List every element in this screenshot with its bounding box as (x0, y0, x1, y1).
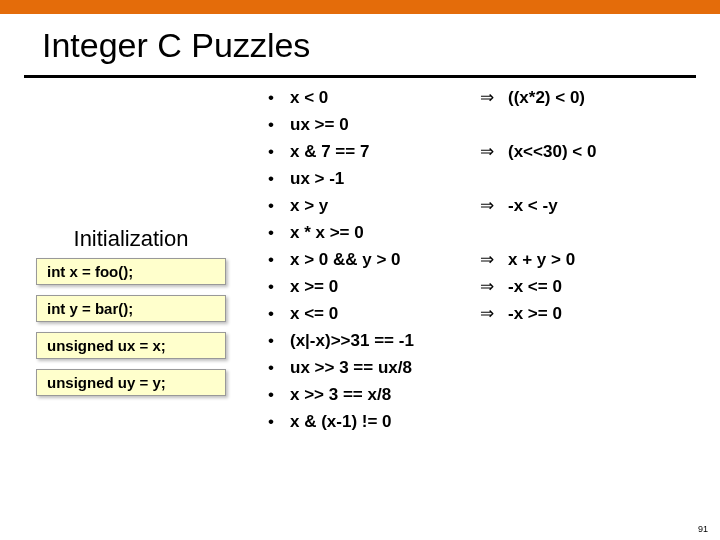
init-line: unsigned ux = x; (36, 332, 226, 359)
implies-symbol: ⇒ (480, 84, 508, 111)
puzzle-row: •x & (x-1) != 0 (268, 408, 596, 435)
init-line: int y = bar(); (36, 295, 226, 322)
bullet: • (268, 300, 290, 327)
initialization-heading: Initialization (36, 226, 226, 252)
puzzle-lhs: ux >> 3 == ux/8 (290, 354, 480, 381)
puzzle-rhs: x + y > 0 (508, 246, 596, 273)
puzzle-rhs (508, 408, 596, 435)
puzzle-row: •x > y⇒-x < -y (268, 192, 596, 219)
puzzle-lhs: x * x >= 0 (290, 219, 480, 246)
bullet: • (268, 354, 290, 381)
implies-symbol (480, 354, 508, 381)
puzzle-rhs: -x >= 0 (508, 300, 596, 327)
bullet: • (268, 246, 290, 273)
bullet: • (268, 138, 290, 165)
accent-bar (0, 0, 720, 14)
implies-symbol: ⇒ (480, 246, 508, 273)
puzzle-row: •x * x >= 0 (268, 219, 596, 246)
puzzle-row: •x >= 0⇒-x <= 0 (268, 273, 596, 300)
puzzle-row: •x <= 0⇒-x >= 0 (268, 300, 596, 327)
puzzle-row: •ux >= 0 (268, 111, 596, 138)
bullet: • (268, 408, 290, 435)
implies-symbol (480, 381, 508, 408)
puzzle-rhs: ((x*2) < 0) (508, 84, 596, 111)
puzzle-lhs: x & 7 == 7 (290, 138, 480, 165)
puzzle-lhs: ux > -1 (290, 165, 480, 192)
implies-symbol (480, 111, 508, 138)
puzzle-lhs: (x|-x)>>31 == -1 (290, 327, 480, 354)
puzzle-rhs (508, 327, 596, 354)
bullet: • (268, 111, 290, 138)
bullet: • (268, 381, 290, 408)
puzzle-row: •x >> 3 == x/8 (268, 381, 596, 408)
puzzle-row: •ux >> 3 == ux/8 (268, 354, 596, 381)
implies-symbol: ⇒ (480, 138, 508, 165)
puzzle-row: •x & 7 == 7⇒(x<<30) < 0 (268, 138, 596, 165)
puzzle-row: •x < 0⇒((x*2) < 0) (268, 84, 596, 111)
puzzle-lhs: x >= 0 (290, 273, 480, 300)
puzzle-rhs: -x <= 0 (508, 273, 596, 300)
puzzle-lhs: x > y (290, 192, 480, 219)
bullet: • (268, 192, 290, 219)
implies-symbol: ⇒ (480, 273, 508, 300)
content-area: Initialization int x = foo(); int y = ba… (0, 78, 720, 516)
puzzle-rhs (508, 111, 596, 138)
puzzle-rhs (508, 219, 596, 246)
puzzle-row: •x > 0 && y > 0⇒x + y > 0 (268, 246, 596, 273)
puzzle-row: •ux > -1 (268, 165, 596, 192)
puzzle-rhs (508, 381, 596, 408)
puzzle-lhs: x & (x-1) != 0 (290, 408, 480, 435)
bullet: • (268, 165, 290, 192)
puzzle-lhs: x > 0 && y > 0 (290, 246, 480, 273)
puzzle-row: •(x|-x)>>31 == -1 (268, 327, 596, 354)
puzzle-rhs: (x<<30) < 0 (508, 138, 596, 165)
initialization-block: Initialization int x = foo(); int y = ba… (36, 226, 226, 406)
page-number: 91 (698, 524, 708, 534)
puzzle-lhs: ux >= 0 (290, 111, 480, 138)
bullet: • (268, 327, 290, 354)
implies-symbol (480, 327, 508, 354)
puzzle-lhs: x <= 0 (290, 300, 480, 327)
init-line: int x = foo(); (36, 258, 226, 285)
implies-symbol: ⇒ (480, 300, 508, 327)
implies-symbol: ⇒ (480, 192, 508, 219)
implies-symbol (480, 165, 508, 192)
bullet: • (268, 273, 290, 300)
page-title: Integer C Puzzles (42, 26, 720, 65)
bullet: • (268, 84, 290, 111)
bullet: • (268, 219, 290, 246)
puzzle-table: •x < 0⇒((x*2) < 0)•ux >= 0•x & 7 == 7⇒(x… (268, 84, 596, 435)
implies-symbol (480, 219, 508, 246)
puzzle-list: •x < 0⇒((x*2) < 0)•ux >= 0•x & 7 == 7⇒(x… (268, 84, 596, 435)
init-line: unsigned uy = y; (36, 369, 226, 396)
puzzle-lhs: x < 0 (290, 84, 480, 111)
implies-symbol (480, 408, 508, 435)
puzzle-rhs: -x < -y (508, 192, 596, 219)
puzzle-rhs (508, 165, 596, 192)
puzzle-lhs: x >> 3 == x/8 (290, 381, 480, 408)
puzzle-rhs (508, 354, 596, 381)
